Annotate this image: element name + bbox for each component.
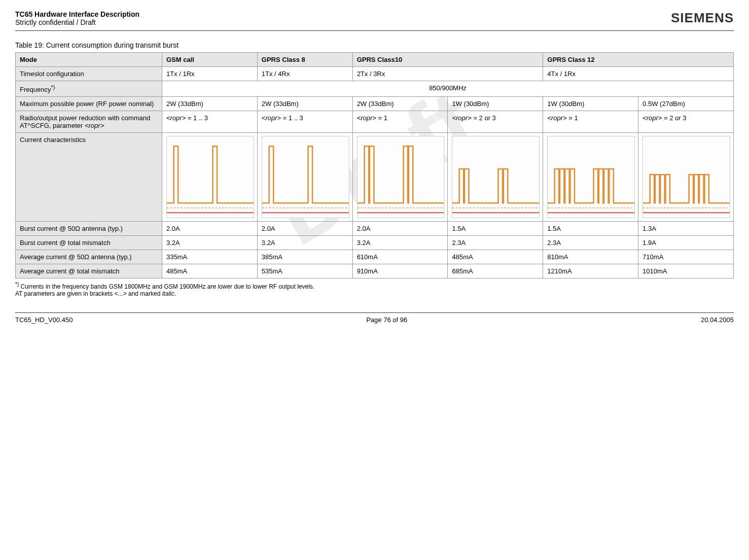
cell: 685mA — [448, 264, 543, 278]
waveform-4 — [452, 136, 540, 218]
waveform-cell — [162, 133, 257, 222]
cell: 1010mA — [638, 264, 734, 278]
cell: 1Tx / 4Rx — [257, 67, 352, 81]
cell: <ropr> = 2 or 3 — [448, 111, 543, 133]
row-timeslot-label: Timeslot configuration — [16, 67, 162, 81]
cell: 1.5A — [543, 222, 638, 236]
cell: 1210mA — [543, 264, 638, 278]
cell: 2.0A — [352, 222, 448, 236]
cell: 4Tx / 1Rx — [543, 67, 734, 81]
cell: 1.5A — [448, 222, 543, 236]
cell: 610mA — [352, 250, 448, 264]
waveform-cell — [448, 133, 543, 222]
col-mode: Mode — [16, 53, 162, 67]
cell: 0.5W (27dBm) — [638, 97, 734, 111]
cell: 1W (30dBm) — [448, 97, 543, 111]
siemens-logo: SIEMENS — [671, 10, 734, 26]
cell: 2W (33dBm) — [257, 97, 352, 111]
row-avg50-label: Average current @ 50Ω antenna (typ.) — [16, 250, 162, 264]
cell: <ropr> = 1 .. 3 — [162, 111, 257, 133]
cell: 810mA — [543, 250, 638, 264]
cell: <ropr> = 1 — [543, 111, 638, 133]
waveform-cell — [352, 133, 448, 222]
cell: <ropr> = 1 .. 3 — [257, 111, 352, 133]
cell: 2W (33dBm) — [162, 97, 257, 111]
page-footer: TC65_HD_V00.450 Page 76 of 96 20.04.2005 — [15, 312, 734, 324]
row-ropr-label: Radio/output power reduction with comman… — [16, 111, 162, 133]
col-gsm: GSM call — [162, 53, 257, 67]
doc-subtitle: Strictly confidential / Draft — [15, 18, 139, 26]
cell: 485mA — [448, 250, 543, 264]
doc-title: TC65 Hardware Interface Description — [15, 10, 139, 18]
cell: 3.2A — [352, 236, 448, 250]
row-burstmis-label: Burst current @ total mismatch — [16, 236, 162, 250]
col-c10: GPRS Class10 — [352, 53, 543, 67]
cell: 3.2A — [162, 236, 257, 250]
cell: 535mA — [257, 264, 352, 278]
row-avgmis-label: Average current @ total mismatch — [16, 264, 162, 278]
waveform-cell — [257, 133, 352, 222]
freq-value: 850/900MHz — [162, 81, 733, 97]
cell: 710mA — [638, 250, 734, 264]
waveform-3 — [357, 136, 445, 218]
consumption-table: Mode GSM call GPRS Class 8 GPRS Class10 … — [15, 52, 734, 278]
table-caption: Table 19: Current consumption during tra… — [15, 41, 734, 49]
footer-right: 20.04.2005 — [701, 316, 734, 324]
waveform-5 — [547, 136, 635, 218]
waveform-2 — [262, 136, 349, 218]
cell: 910mA — [352, 264, 448, 278]
cell: 2.3A — [448, 236, 543, 250]
waveform-1 — [166, 136, 254, 218]
cell: 2.0A — [257, 222, 352, 236]
cell: 1Tx / 1Rx — [162, 67, 257, 81]
cell: <ropr> = 1 — [352, 111, 448, 133]
cell: 1.3A — [638, 222, 734, 236]
row-maxpower-label: Maximum possible power (RF power nominal… — [16, 97, 162, 111]
waveform-cell — [543, 133, 638, 222]
waveform-6 — [643, 136, 730, 218]
cell: 2Tx / 3Rx — [352, 67, 543, 81]
footer-center: Page 76 of 96 — [366, 316, 407, 324]
page-header: TC65 Hardware Interface Description Stri… — [15, 10, 734, 31]
cell: 485mA — [162, 264, 257, 278]
footnote: *) Currents in the frequency bands GSM 1… — [15, 282, 734, 297]
row-currchar-label: Current characteristics — [16, 133, 162, 222]
row-burst50-label: Burst current @ 50Ω antenna (typ.) — [16, 222, 162, 236]
cell: 2.3A — [543, 236, 638, 250]
cell: 2.0A — [162, 222, 257, 236]
cell: 3.2A — [257, 236, 352, 250]
waveform-cell — [638, 133, 734, 222]
cell: 2W (33dBm) — [352, 97, 448, 111]
col-c8: GPRS Class 8 — [257, 53, 352, 67]
cell: 1W (30dBm) — [543, 97, 638, 111]
cell: <ropr> = 2 or 3 — [638, 111, 734, 133]
row-freq-label: Frequency*) — [16, 81, 162, 97]
footer-left: TC65_HD_V00.450 — [15, 316, 73, 324]
col-c12: GPRS Class 12 — [543, 53, 734, 67]
cell: 385mA — [257, 250, 352, 264]
cell: 1.9A — [638, 236, 734, 250]
cell: 335mA — [162, 250, 257, 264]
